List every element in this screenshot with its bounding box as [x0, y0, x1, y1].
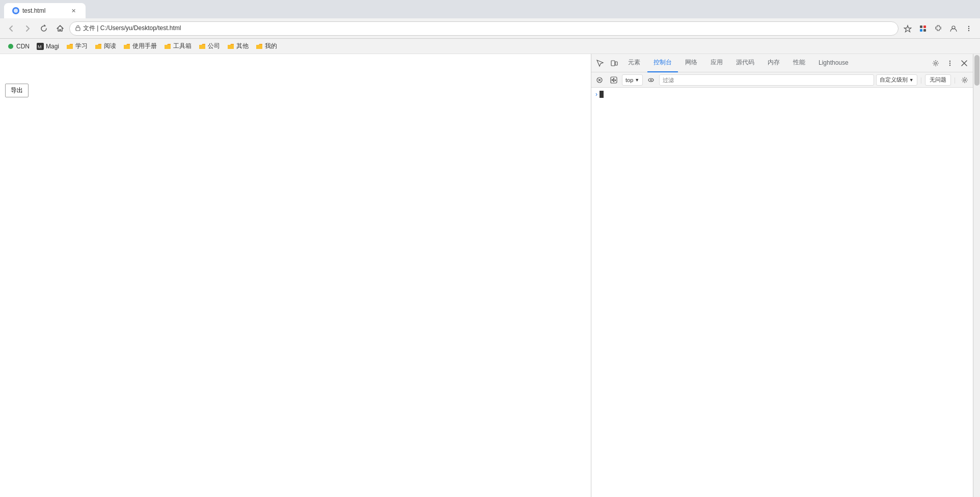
no-issues-badge: 无问题: [925, 74, 951, 86]
folder-others-icon: [227, 43, 234, 50]
svg-text:M: M: [38, 44, 42, 49]
svg-point-0: [14, 9, 18, 13]
bookmark-mine[interactable]: 我的: [253, 41, 280, 51]
bookmark-magi[interactable]: M Magi: [34, 42, 62, 51]
bookmark-cdn[interactable]: CDN: [4, 42, 33, 51]
profile-button[interactable]: [946, 21, 961, 36]
export-button-container: 导出: [5, 84, 29, 97]
svg-rect-12: [611, 61, 615, 66]
nav-right-buttons: [901, 21, 976, 36]
bookmark-read[interactable]: 阅读: [92, 41, 119, 51]
devtools-tab-memory[interactable]: 内存: [761, 54, 786, 72]
cdn-icon: [7, 43, 14, 50]
bookmark-tools-label: 工具箱: [173, 42, 192, 50]
toolbar-divider: |: [920, 76, 922, 84]
tab-bar: test.html ✕: [0, 0, 980, 18]
svg-point-7: [968, 25, 969, 27]
bookmark-manual[interactable]: 使用手册: [120, 41, 160, 51]
svg-point-14: [935, 62, 937, 64]
folder-manual-icon: [123, 43, 130, 50]
console-content: ›: [591, 88, 973, 497]
devtools-close-button[interactable]: [958, 57, 971, 70]
devtools-inspect-button[interactable]: [593, 57, 607, 70]
home-button[interactable]: [53, 21, 67, 36]
devtools-tab-elements[interactable]: 元素: [622, 54, 646, 72]
console-prompt-line[interactable]: ›: [591, 90, 973, 99]
devtools-tab-network[interactable]: 网络: [679, 54, 703, 72]
svg-point-15: [949, 60, 950, 61]
severity-label: 自定义级别: [880, 76, 908, 84]
browser-scrollbar[interactable]: [973, 54, 980, 497]
scrollbar-thumb[interactable]: [974, 55, 979, 86]
console-filter-input[interactable]: [659, 74, 874, 86]
devtools-tab-application[interactable]: 应用: [704, 54, 729, 72]
navigation-bar: 文件 | C:/Users/yu/Desktop/test.html: [0, 18, 980, 39]
folder-read-icon: [95, 43, 102, 50]
browser-tab[interactable]: test.html ✕: [4, 3, 86, 18]
devtools-tab-console[interactable]: 控制台: [647, 54, 678, 72]
devtools-tab-lighthouse[interactable]: Lighthouse: [812, 54, 855, 72]
console-cursor: [600, 91, 604, 98]
address-url-text: 文件 | C:/Users/yu/Desktop/test.html: [83, 24, 893, 33]
puzzle-extension-button[interactable]: [931, 21, 945, 36]
svg-rect-3: [923, 25, 926, 28]
console-chevron-icon: ›: [595, 91, 597, 98]
tab-close-button[interactable]: ✕: [69, 7, 77, 15]
devtools-tab-sources[interactable]: 源代码: [730, 54, 760, 72]
svg-rect-4: [920, 29, 922, 32]
context-selector[interactable]: top ▼: [622, 74, 643, 86]
svg-rect-5: [923, 29, 926, 32]
extension-button[interactable]: [916, 21, 930, 36]
magi-icon: M: [37, 43, 44, 50]
devtools-tab-performance[interactable]: 性能: [787, 54, 811, 72]
forward-button[interactable]: [20, 21, 35, 36]
folder-tools-icon: [164, 43, 171, 50]
severity-dropdown-arrow: ▼: [909, 77, 914, 83]
browser-frame: test.html ✕ 文件 | C:/Users/yu/Desktop/tes…: [0, 0, 980, 497]
devtools-tab-bar: 元素 控制台 网络 应用 源代码 内存 性能: [591, 54, 973, 72]
svg-point-21: [650, 79, 652, 81]
bookmark-manual-label: 使用手册: [132, 42, 157, 50]
bookmark-company[interactable]: 公司: [196, 41, 223, 51]
bookmark-others[interactable]: 其他: [224, 41, 252, 51]
bookmark-cdn-label: CDN: [16, 43, 30, 50]
export-button[interactable]: 导出: [5, 84, 29, 97]
bookmark-tools[interactable]: 工具箱: [161, 41, 195, 51]
context-dropdown-arrow: ▼: [635, 77, 639, 83]
devtools-settings-button[interactable]: [929, 57, 942, 70]
svg-point-16: [949, 62, 950, 63]
folder-mine-icon: [256, 43, 263, 50]
scrollbar-track[interactable]: [973, 54, 980, 497]
refresh-button[interactable]: [37, 21, 51, 36]
svg-rect-1: [76, 28, 80, 31]
bookmark-study[interactable]: 学习: [63, 41, 91, 51]
bookmark-read-label: 阅读: [104, 42, 116, 50]
svg-rect-2: [920, 25, 922, 28]
console-settings-button[interactable]: [959, 74, 971, 86]
toolbar-divider-2: |: [954, 76, 956, 84]
address-protocol: 文件: [83, 24, 95, 32]
eye-filter-button[interactable]: [645, 74, 657, 86]
context-selector-value: top: [625, 77, 633, 83]
severity-selector[interactable]: 自定义级别 ▼: [876, 74, 917, 86]
console-clear-button[interactable]: [593, 74, 606, 86]
svg-point-8: [968, 28, 969, 29]
address-lock-icon: [75, 24, 81, 32]
bookmark-study-label: 学习: [75, 42, 88, 50]
bookmark-others-label: 其他: [236, 42, 249, 50]
bookmark-star-button[interactable]: [901, 21, 915, 36]
devtools-device-button[interactable]: [608, 57, 621, 70]
back-button[interactable]: [4, 21, 18, 36]
tab-favicon: [12, 7, 19, 14]
bookmark-magi-label: Magi: [46, 43, 59, 50]
address-bar[interactable]: 文件 | C:/Users/yu/Desktop/test.html: [69, 21, 899, 36]
svg-rect-13: [615, 62, 617, 65]
devtools-more-button[interactable]: [943, 57, 957, 70]
menu-button[interactable]: [962, 21, 976, 36]
page-content: 导出: [0, 54, 591, 497]
console-filter-button[interactable]: [608, 74, 620, 86]
bookmark-company-label: 公司: [208, 42, 220, 50]
main-area: 导出 元素 控制台 网络: [0, 54, 980, 497]
svg-point-22: [964, 79, 966, 81]
devtools-toolbar: top ▼ 自定义级别 ▼ | 无问题 |: [591, 72, 973, 88]
